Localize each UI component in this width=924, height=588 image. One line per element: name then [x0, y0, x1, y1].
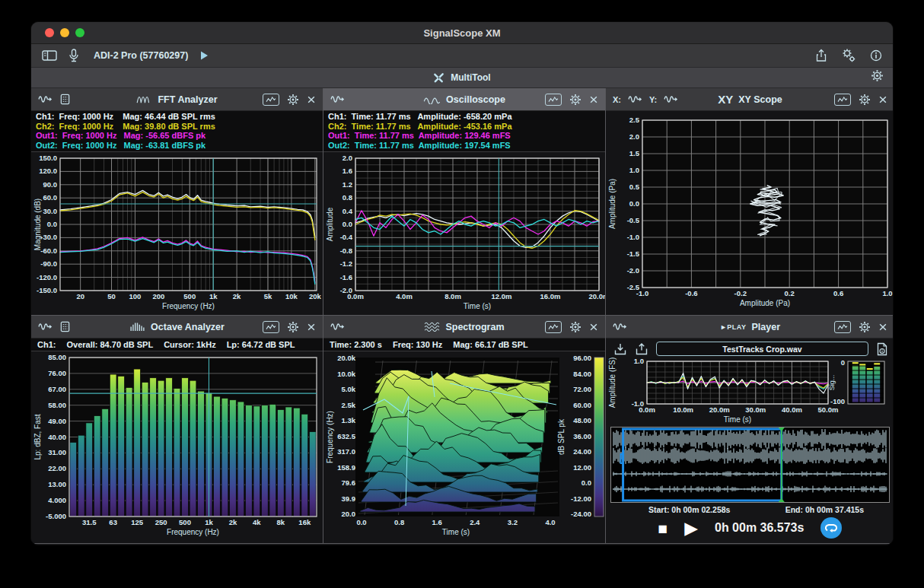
loop-button[interactable] — [820, 517, 842, 539]
svg-text:632.5: 632.5 — [337, 432, 355, 440]
chart-style-icon[interactable] — [263, 321, 279, 333]
panel-xy-scope: X: Y: XY XY Scope -1.0-0.6- — [606, 88, 894, 316]
screen: SignalScope XM ADI-2 Pro (57760297) Mult… — [0, 0, 924, 588]
chart-style-icon[interactable] — [545, 321, 562, 333]
svg-text:0.8: 0.8 — [394, 518, 404, 526]
selection-end-time: End: 0h 00m 37.415s — [785, 505, 864, 514]
waveform-overview[interactable] — [610, 427, 890, 503]
svg-text:90.0: 90.0 — [43, 180, 58, 189]
svg-text:40.0m: 40.0m — [782, 405, 802, 414]
import-file-icon[interactable] — [613, 342, 627, 356]
svg-text:0.4: 0.4 — [343, 207, 353, 215]
gear-icon[interactable] — [569, 94, 581, 106]
spectrogram-readout: Time: 2.300 sFreq: 130 HzMag: 66.17 dB S… — [323, 338, 605, 351]
close-icon[interactable] — [878, 95, 887, 104]
svg-text:120.0: 120.0 — [39, 167, 57, 175]
stop-button[interactable]: ■ — [658, 520, 668, 536]
close-icon[interactable] — [878, 323, 887, 332]
xy-chart[interactable]: -1.0-0.6-0.20.20.61.02.52.01.51.00.50.0-… — [606, 111, 894, 316]
chart-style-icon[interactable] — [834, 321, 851, 333]
share-icon[interactable] — [815, 49, 827, 62]
svg-text:-30.0: -30.0 — [40, 233, 57, 241]
svg-text:3.2: 3.2 — [508, 518, 518, 526]
svg-text:58.00: 58.00 — [48, 401, 66, 409]
svg-text:-150.0: -150.0 — [37, 286, 57, 294]
svg-text:36.00: 36.00 — [573, 432, 591, 440]
svg-text:22.00: 22.00 — [48, 464, 66, 472]
file-info-icon[interactable] — [876, 342, 888, 356]
panel-spectrogram: Spectrogram Time: 2.300 sFreq: 130 HzMag… — [323, 316, 606, 544]
record-document-icon[interactable] — [59, 321, 71, 332]
input-signal-icon[interactable] — [38, 94, 53, 105]
svg-text:2.0: 2.0 — [629, 132, 639, 141]
microphone-icon[interactable] — [68, 49, 80, 62]
xy-scope-header[interactable]: X: Y: XY XY Scope — [606, 88, 894, 111]
y-input-signal-icon[interactable] — [664, 94, 678, 105]
svg-text:-0.5: -0.5 — [627, 216, 640, 224]
close-icon[interactable] — [589, 95, 598, 104]
panel-octave-analyzer: Octave Analyzer Ch1:Overall: 84.70 dB SP… — [31, 316, 323, 544]
device-name[interactable]: ADI-2 Pro (57760297) — [94, 50, 188, 61]
x-channel-label: X: — [613, 95, 621, 104]
info-icon[interactable] — [870, 49, 882, 62]
svg-text:Time (s): Time (s) — [464, 302, 491, 310]
svg-text:67.00: 67.00 — [48, 385, 66, 393]
gear-icon[interactable] — [859, 321, 871, 333]
multitool-gear-icon[interactable] — [871, 69, 884, 82]
octave-chart[interactable]: 31.5631252505001k2k4k8k16k85.0076.0067.0… — [31, 351, 323, 544]
spectrogram-header[interactable]: Spectrogram — [323, 316, 605, 338]
export-file-icon[interactable] — [635, 342, 648, 356]
file-name-field[interactable]: TestTracks Crop.wav — [656, 342, 868, 356]
svg-text:0.0: 0.0 — [629, 199, 639, 208]
svg-text:-1.6: -1.6 — [340, 273, 352, 281]
oscilloscope-chart[interactable]: 0.0m4.0m8.0m12.0m16.0m20.0m2.01.61.20.80… — [323, 152, 605, 316]
svg-text:-1.2: -1.2 — [340, 259, 352, 268]
svg-text:2.0: 2.0 — [343, 154, 352, 162]
spectrogram-chart[interactable]: 20.0k10.0k5.0k2.5k1.3k632.5317.0158.979.… — [323, 351, 605, 544]
gear-icon[interactable] — [569, 321, 581, 333]
sidebar-toggle-icon[interactable] — [42, 49, 57, 62]
svg-text:31.00: 31.00 — [48, 448, 66, 456]
svg-text:4.0m: 4.0m — [396, 292, 413, 300]
fft-chart[interactable]: 20501002005001k2k5k10k20k150.0120.090.06… — [31, 152, 323, 316]
fft-readouts: Ch1: Freq: 1000 Hz Mag: 46.44 dB SPL rms… — [31, 111, 323, 152]
gear-icon[interactable] — [287, 321, 299, 333]
input-signal-icon[interactable] — [330, 321, 345, 332]
close-icon[interactable] — [307, 323, 316, 332]
chart-style-icon[interactable] — [263, 94, 279, 106]
multitool-bar: MultiTool — [31, 68, 893, 88]
x-input-signal-icon[interactable] — [628, 94, 642, 105]
svg-text:20.0m: 20.0m — [589, 292, 605, 300]
input-signal-icon[interactable] — [613, 321, 627, 332]
svg-text:-60.0: -60.0 — [40, 246, 57, 255]
record-document-icon[interactable] — [59, 94, 71, 105]
svg-text:150.0: 150.0 — [39, 154, 57, 162]
svg-text:0.2: 0.2 — [785, 289, 795, 297]
fft-header[interactable]: FFT Analyzer — [31, 88, 323, 111]
play-button[interactable]: ▶ — [684, 520, 698, 537]
svg-text:0.0: 0.0 — [47, 220, 57, 228]
svg-text:200: 200 — [152, 292, 164, 300]
oscilloscope-header[interactable]: Oscilloscope — [323, 88, 605, 111]
run-play-icon[interactable] — [199, 50, 209, 61]
chart-style-icon[interactable] — [834, 94, 851, 106]
settings-gears-icon[interactable] — [841, 48, 856, 63]
svg-text:0: 0 — [841, 358, 845, 367]
svg-text:250: 250 — [155, 518, 167, 526]
player-header[interactable]: ►PLAY Player — [606, 316, 894, 338]
svg-text:-0.4: -0.4 — [340, 233, 353, 241]
input-signal-icon[interactable] — [330, 94, 345, 105]
svg-text:500: 500 — [183, 292, 196, 300]
close-icon[interactable] — [589, 323, 598, 332]
input-signal-icon[interactable] — [38, 321, 53, 332]
chart-style-icon[interactable] — [545, 94, 562, 106]
svg-text:Time (s): Time (s) — [724, 415, 751, 424]
svg-text:1.5: 1.5 — [629, 149, 640, 157]
gear-icon[interactable] — [859, 94, 871, 106]
player-body: TestTracks Crop.wav 0.0m10.0m20.0m30.0m4… — [606, 338, 894, 544]
gear-icon[interactable] — [287, 94, 299, 106]
svg-text:-12.00: -12.00 — [571, 494, 591, 503]
close-icon[interactable] — [307, 95, 316, 104]
octave-header[interactable]: Octave Analyzer — [31, 316, 323, 338]
player-mini-chart[interactable]: 0.0m10.0m20.0m30.0m40.0m50.0m1.0-1.0Time… — [606, 357, 894, 425]
